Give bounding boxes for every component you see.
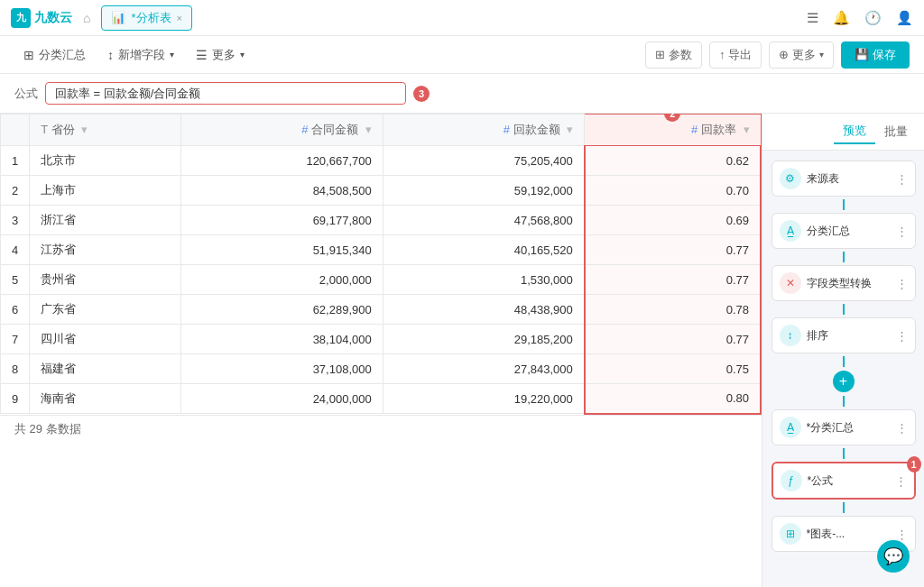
data-table: T 省份 ▾ # 合同金额 ▾ # 回款金额 ▾ [0,114,762,415]
col-sort-province[interactable]: ▾ [81,123,88,136]
col-header-contract[interactable]: # 合同金额 ▾ [181,115,383,146]
cell-idx: 9 [1,384,30,414]
pipeline-item-field_convert[interactable]: ✕ 字段类型转换 ⋮ [772,265,916,301]
cell-payment: 19,220,000 [383,384,585,414]
user-icon[interactable]: 👤 [896,10,913,26]
cell-rate: 0.62 [585,146,761,176]
export-button[interactable]: ↑ 导出 [709,41,762,69]
tab-batch[interactable]: 批量 [875,120,917,143]
pipeline-item-source[interactable]: ⚙ 来源表 ⋮ [772,161,916,197]
col-header-idx [1,115,30,146]
cell-contract: 69,177,800 [181,206,383,235]
table-row: 4 江苏省 51,915,340 40,165,520 0.77 [1,235,762,265]
cell-payment: 59,192,000 [383,176,585,206]
table-row: 7 四川省 38,104,000 29,185,200 0.77 [1,325,762,354]
formula-input[interactable] [45,82,406,105]
add-field-chevron: ▾ [170,50,174,60]
pipeline-label-classify: 分类汇总 [807,224,896,239]
pipeline-item-sort[interactable]: ↕ 排序 ⋮ [772,317,916,353]
main-tab[interactable]: 📊 *分析表 × [101,5,192,31]
cell-payment: 47,568,800 [383,206,585,235]
pipeline-connector2 [843,448,845,459]
add-field-button[interactable]: ↕ 新增字段 ▾ [98,41,183,69]
col-type-province: T [41,123,48,136]
add-field-label: 新增字段 [118,47,165,63]
tab-preview[interactable]: 预览 [834,119,875,144]
cell-province: 海南省 [30,384,181,414]
col-header-payment[interactable]: # 回款金额 ▾ [383,115,585,146]
pipeline-label-formula: *公式 [808,473,895,489]
pipeline-more-chart[interactable]: ⋮ [896,527,908,541]
toolbar-right: ⊞ 参数 ↑ 导出 ⊕ 更多 ▾ 💾 保存 [645,41,910,69]
pipeline-more-classify2[interactable]: ⋮ [896,421,908,435]
table-row: 8 福建省 37,108,000 27,843,000 0.75 [1,354,762,384]
pipeline: ⚙ 来源表 ⋮ A̲ 分类汇总 ⋮ ✕ 字段类型转换 ⋮ ↕ 排序 ⋮ + A̲… [762,151,924,587]
cell-province: 福建省 [30,354,181,384]
export-label: 导出 [728,47,752,63]
save-label: 保存 [873,48,896,61]
table-row: 1 北京市 120,667,700 75,205,400 0.62 [1,146,762,176]
pipeline-icon-classify: A̲ [780,220,801,242]
more2-chevron: ▾ [819,50,824,60]
tab-close-icon[interactable]: × [177,13,182,23]
pipeline-more-classify[interactable]: ⋮ [896,225,908,238]
col-sort-contract[interactable]: ▾ [365,123,372,136]
panel-header: 预览 批量 [762,114,924,151]
cell-rate: 0.77 [585,265,761,295]
more1-icon: ☰ [196,48,208,62]
formula-label: 公式 [14,86,38,102]
col-header-rate[interactable]: # 回款率 ▾ 2 [585,115,761,146]
col-type-rate: # [691,123,698,136]
cell-rate: 0.78 [585,295,761,325]
cell-province: 广东省 [30,295,181,325]
cell-idx: 6 [1,295,30,325]
cell-rate: 0.75 [585,354,761,384]
support-button[interactable]: 💬 [877,540,910,573]
col-header-province[interactable]: T 省份 ▾ [30,115,181,146]
pipeline-item-classify[interactable]: A̲ 分类汇总 ⋮ [772,213,916,249]
pipeline-connector [843,304,845,315]
pipeline-more-field_convert[interactable]: ⋮ [896,277,908,290]
params-button[interactable]: ⊞ 参数 [645,41,702,69]
pipeline-connector2 [843,502,845,513]
table-row: 6 广东省 62,289,900 48,438,900 0.78 [1,295,762,325]
cell-contract: 51,915,340 [181,235,383,265]
add-step-button[interactable]: + [833,371,855,392]
col-label-province: 省份 [51,123,75,136]
cell-province: 北京市 [30,146,181,176]
pipeline-icon-sort: ↕ [780,325,801,346]
save-button[interactable]: 💾 保存 [841,41,910,69]
tab-icon: 📊 [111,11,125,24]
bell-icon[interactable]: 🔔 [833,10,850,26]
logo-icon: 九 [11,8,31,28]
cell-idx: 3 [1,206,30,235]
more2-button[interactable]: ⊕ 更多 ▾ [769,41,834,69]
pipeline-more-sort[interactable]: ⋮ [896,329,908,343]
cell-contract: 84,508,500 [181,176,383,206]
main: T 省份 ▾ # 合同金额 ▾ # 回款金额 ▾ [0,114,924,587]
table-row: 2 上海市 84,508,500 59,192,000 0.70 [1,176,762,206]
classify-icon: ⊞ [23,48,34,62]
formula-bar: 公式 3 [0,74,924,114]
cell-rate: 0.70 [585,176,761,206]
classify-button[interactable]: ⊞ 分类汇总 [14,41,95,69]
cell-payment: 75,205,400 [383,146,585,176]
col-sort-rate[interactable]: ▾ [744,123,750,136]
col-rate-badge: 2 [664,114,680,122]
clock-icon[interactable]: 🕐 [864,10,882,26]
col-sort-payment[interactable]: ▾ [567,123,573,136]
pipeline-more-source[interactable]: ⋮ [896,172,908,186]
pipeline-item-classify2[interactable]: A̲ *分类汇总 ⋮ [772,409,916,445]
home-icon[interactable]: ⌂ [79,11,94,25]
cell-idx: 7 [1,325,30,354]
more1-button[interactable]: ☰ 更多 ▾ [187,41,254,69]
pipeline-icon-formula: ƒ [781,470,802,491]
logo: 九 九数云 [11,8,72,28]
tab-title: *分析表 [131,10,171,26]
menu-icon[interactable]: ☰ [807,10,818,26]
pipeline-more-formula[interactable]: ⋮ [895,474,907,488]
pipeline-item-formula[interactable]: ƒ *公式 ⋮ 1 [772,462,916,500]
classify-label: 分类汇总 [39,47,86,63]
right-panel: 预览 批量 ⚙ 来源表 ⋮ A̲ 分类汇总 ⋮ ✕ 字段类型转换 ⋮ ↕ 排序 … [762,114,924,587]
table-row: 9 海南省 24,000,000 19,220,000 0.80 [1,384,762,414]
